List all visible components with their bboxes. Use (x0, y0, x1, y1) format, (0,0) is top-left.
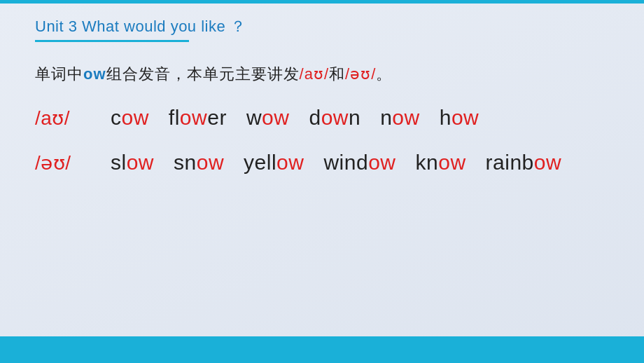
word-snow: snow (174, 151, 224, 174)
slide: Unit 3 What would you like ？ 单词中ow组合发音，本… (0, 0, 644, 363)
intro-and: 和 (329, 65, 345, 83)
intro-suffix: 。 (376, 65, 392, 83)
word-how: how (440, 106, 479, 130)
word-flower: flower (169, 106, 227, 130)
intro-phonetic1: /aʊ/ (300, 65, 329, 83)
word-know: know (416, 151, 466, 174)
word-row-1: /aʊ/ cow flower wow down now how (35, 106, 609, 130)
word-slow: slow (111, 151, 154, 174)
word-wow: wow (246, 106, 290, 130)
intro-line: 单词中ow组合发音，本单元主要讲发/aʊ/和/əʊ/。 (35, 62, 609, 86)
content-area: 单词中ow组合发音，本单元主要讲发/aʊ/和/əʊ/。 /aʊ/ cow flo… (0, 48, 644, 363)
word-now: now (380, 106, 420, 130)
intro-middle: 组合发音，本单元主要讲发 (106, 65, 300, 83)
word-window: window (323, 151, 396, 174)
word-cow: cow (111, 106, 149, 130)
title-area: Unit 3 What would you like ？ (0, 4, 644, 48)
title-underline (35, 40, 189, 42)
word-down: down (309, 106, 360, 130)
intro-phonetic2: /əʊ/ (345, 65, 376, 83)
slide-title: Unit 3 What would you like ？ (35, 16, 609, 37)
bottom-bar (0, 336, 644, 363)
word-row-2: /əʊ/ slow snow yellow window know rainbo… (35, 151, 609, 174)
phonetic-2: /əʊ/ (35, 151, 91, 174)
phonetic-1: /aʊ/ (35, 107, 91, 130)
intro-prefix: 单词中 (35, 65, 83, 83)
intro-ow: ow (83, 65, 106, 83)
word-yellow: yellow (244, 151, 304, 174)
word-rainbow: rainbow (486, 151, 562, 174)
